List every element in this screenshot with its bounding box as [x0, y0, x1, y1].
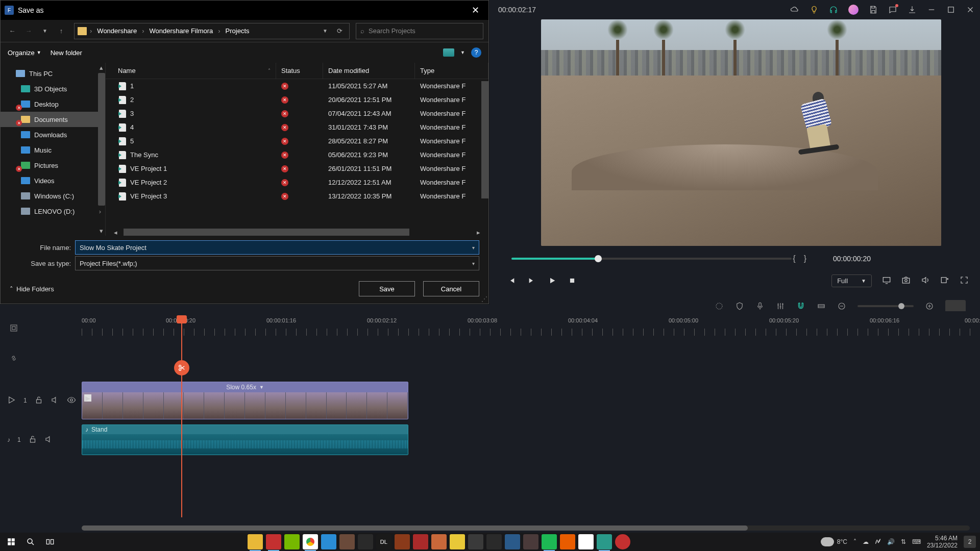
- mark-out-button[interactable]: }: [804, 254, 806, 263]
- track-mute-icon[interactable]: [51, 395, 60, 406]
- snapshot-icon[interactable]: [901, 276, 911, 286]
- track-mute-icon[interactable]: [44, 435, 54, 445]
- close-app-icon[interactable]: [966, 5, 975, 14]
- breadcrumb[interactable]: › Wondershare › Wondershare Filmora › Pr…: [74, 23, 350, 39]
- app-generic-5[interactable]: [413, 534, 428, 549]
- filename-input[interactable]: Slow Mo Skate Project▾: [75, 240, 479, 255]
- tree-item-windows-c-[interactable]: Windows (C:)›: [1, 188, 105, 204]
- filelist-hscroll[interactable]: ◂▸: [113, 229, 481, 236]
- timeline-options-icon[interactable]: [9, 323, 18, 334]
- view-dropdown[interactable]: ▼: [460, 50, 465, 55]
- voiceover-mic-icon[interactable]: [755, 302, 765, 311]
- app-vlc[interactable]: [560, 534, 575, 549]
- tree-scroll-down[interactable]: ▾: [98, 227, 104, 235]
- save-button[interactable]: Save: [359, 281, 415, 296]
- crumb-dropdown[interactable]: ▼: [318, 24, 332, 38]
- file-row[interactable]: 3✕07/04/2021 12:43 AMWondershare F: [106, 107, 488, 120]
- app-generic-1[interactable]: [321, 534, 336, 549]
- export-frame-icon[interactable]: [940, 276, 949, 286]
- app-dl[interactable]: DL: [376, 534, 391, 549]
- timeline-scrollbar[interactable]: [82, 525, 970, 531]
- app-generic-8[interactable]: [468, 534, 483, 549]
- profile-avatar[interactable]: [848, 5, 859, 15]
- help-icon[interactable]: ?: [471, 47, 481, 58]
- tree-item-lenovo-d-[interactable]: LENOVO (D:)›: [1, 204, 105, 219]
- crumb-0[interactable]: Wondershare: [95, 26, 139, 36]
- track-visible-icon[interactable]: [67, 395, 76, 406]
- stop-button[interactable]: [569, 277, 576, 284]
- link-icon[interactable]: [9, 354, 18, 364]
- col-status[interactable]: Status: [276, 63, 323, 79]
- marker-shield-icon[interactable]: [735, 302, 744, 311]
- nav-up-button[interactable]: ↑: [55, 24, 68, 38]
- app-generic-13[interactable]: [615, 534, 630, 549]
- nav-back-button[interactable]: ←: [6, 24, 19, 38]
- prev-frame-button[interactable]: [507, 277, 516, 285]
- tree-item-documents[interactable]: ✕Documents: [1, 112, 105, 127]
- app-generic-9[interactable]: [486, 534, 502, 549]
- fullscreen-icon[interactable]: [960, 276, 969, 286]
- message-icon[interactable]: [888, 5, 897, 14]
- file-row[interactable]: 2✕20/06/2021 12:51 PMWondershare F: [106, 93, 488, 107]
- cancel-button[interactable]: Cancel: [423, 281, 479, 296]
- render-icon[interactable]: [715, 302, 724, 311]
- app-spotify[interactable]: [542, 534, 557, 549]
- tray-wifi-icon[interactable]: ⇅: [901, 538, 906, 545]
- view-icon[interactable]: [443, 48, 454, 57]
- col-name[interactable]: Name˄: [113, 63, 276, 79]
- file-row[interactable]: VE Project 3✕13/12/2022 10:35 PMWondersh…: [106, 189, 488, 203]
- app-filmora[interactable]: [597, 534, 612, 549]
- app-opera[interactable]: [266, 534, 281, 549]
- zoom-slider[interactable]: [857, 305, 914, 307]
- col-date[interactable]: Date modified: [323, 63, 415, 79]
- preview-viewport[interactable]: [541, 19, 941, 246]
- playhead[interactable]: [181, 317, 182, 517]
- crumb-2[interactable]: Projects: [224, 26, 252, 36]
- file-row[interactable]: VE Project 1✕26/01/2021 11:51 PMWondersh…: [106, 162, 488, 176]
- scissors-cut-icon[interactable]: [174, 360, 189, 375]
- video-clip[interactable]: Slow 0.65x▼ ▶: [82, 382, 408, 419]
- new-folder-button[interactable]: New folder: [51, 49, 82, 57]
- app-generic-7[interactable]: [450, 534, 465, 549]
- app-nvidia[interactable]: [284, 534, 300, 549]
- display-icon[interactable]: [882, 276, 891, 286]
- file-row[interactable]: The Sync✕05/06/2021 9:23 PMWondershare F: [106, 148, 488, 162]
- file-row[interactable]: VE Project 2✕12/12/2022 12:51 AMWondersh…: [106, 176, 488, 189]
- zoom-out-icon[interactable]: [837, 302, 846, 311]
- search-button[interactable]: [23, 535, 38, 549]
- next-frame-button[interactable]: [528, 277, 536, 285]
- app-chrome[interactable]: [303, 534, 318, 549]
- tray-chevron[interactable]: ˄: [853, 538, 856, 545]
- nav-forward-button[interactable]: →: [22, 24, 35, 38]
- hide-folders-toggle[interactable]: ˄Hide Folders: [10, 285, 54, 293]
- mark-in-button[interactable]: {: [793, 254, 795, 263]
- taskview-button[interactable]: [43, 535, 57, 549]
- download-icon[interactable]: [908, 5, 917, 14]
- file-row[interactable]: 5✕28/05/2021 8:27 PMWondershare F: [106, 134, 488, 148]
- app-generic-10[interactable]: [505, 534, 520, 549]
- app-generic-4[interactable]: [395, 534, 410, 549]
- tree-item-this-pc[interactable]: This PC: [1, 66, 105, 81]
- refresh-button[interactable]: ⟳: [333, 24, 346, 38]
- search-input[interactable]: ⌕ Search Projects: [356, 23, 483, 39]
- tray-volume-icon[interactable]: 🔊: [887, 538, 895, 545]
- tray-lang-icon[interactable]: ⌨: [912, 538, 921, 545]
- start-button[interactable]: [4, 535, 18, 549]
- app-generic-11[interactable]: [523, 534, 538, 549]
- dialog-close-button[interactable]: ✕: [468, 3, 483, 18]
- nav-recent-button[interactable]: ▼: [38, 24, 52, 38]
- app-generic-2[interactable]: [339, 534, 355, 549]
- tray-battery-icon[interactable]: 🗲: [875, 538, 881, 545]
- quality-select[interactable]: Full▼: [831, 274, 872, 287]
- filetype-select[interactable]: Project Files(*.wfp;)▾: [75, 256, 479, 270]
- tree-item-3d-objects[interactable]: 3D Objects: [1, 81, 105, 96]
- tray-onedrive-icon[interactable]: ☁: [863, 538, 869, 545]
- track-lock-icon[interactable]: [28, 435, 37, 445]
- organize-menu[interactable]: Organize▼: [8, 49, 41, 57]
- file-row[interactable]: 4✕31/01/2021 7:43 PMWondershare F: [106, 120, 488, 134]
- tree-item-pictures[interactable]: ✕Pictures: [1, 158, 105, 173]
- audio-clip[interactable]: ♪Stand: [82, 424, 408, 455]
- cloud-icon[interactable]: [790, 5, 799, 14]
- app-generic-12[interactable]: [578, 534, 594, 549]
- minimize-icon[interactable]: [927, 5, 936, 14]
